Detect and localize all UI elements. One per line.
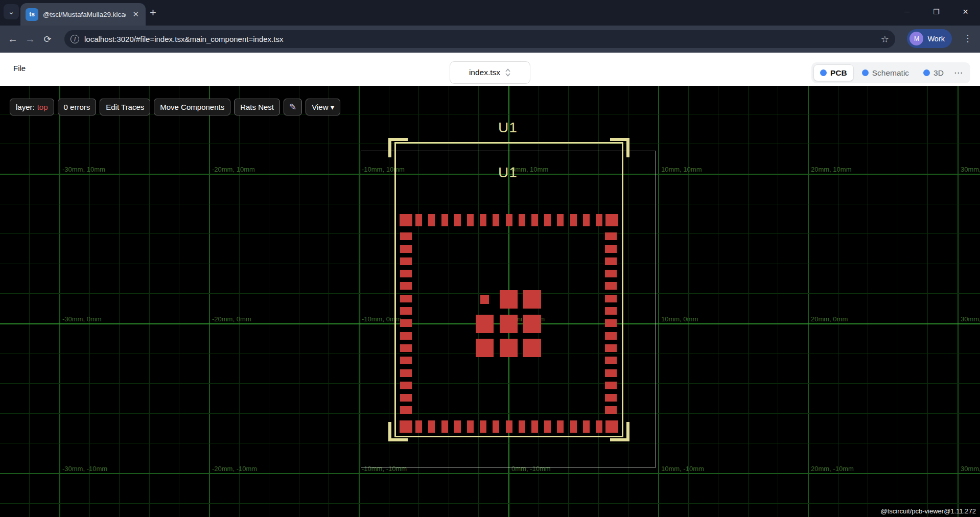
smd-pad[interactable] bbox=[400, 307, 412, 315]
smd-pad[interactable] bbox=[605, 307, 617, 315]
smd-pad[interactable] bbox=[531, 420, 538, 433]
smd-pad[interactable] bbox=[605, 369, 617, 377]
rats-nest-button[interactable]: Rats Nest bbox=[234, 99, 280, 115]
address-bar[interactable]: i localhost:3020/#file=index.tsx&main_co… bbox=[64, 30, 895, 48]
smd-pad[interactable] bbox=[480, 420, 486, 433]
smd-pad[interactable] bbox=[400, 344, 412, 352]
smd-pad[interactable] bbox=[605, 214, 618, 226]
smd-pad[interactable] bbox=[544, 420, 551, 433]
browser-tab[interactable]: ts @tsci/MustafaMulla29.kicad-lib ✕ bbox=[20, 3, 146, 26]
smd-pad[interactable] bbox=[570, 214, 577, 226]
close-button[interactable]: ✕ bbox=[951, 0, 980, 23]
back-button[interactable]: ← bbox=[4, 33, 21, 45]
reload-button[interactable]: ⟳ bbox=[39, 34, 56, 45]
smd-pad[interactable] bbox=[605, 406, 617, 414]
smd-pad[interactable] bbox=[605, 319, 617, 327]
smd-pad[interactable] bbox=[506, 420, 512, 433]
smd-pad[interactable] bbox=[400, 257, 412, 265]
pencil-icon[interactable]: ✎ bbox=[284, 99, 302, 115]
smd-pad[interactable] bbox=[605, 420, 618, 433]
forward-button[interactable]: → bbox=[21, 33, 39, 45]
view-dropdown-button[interactable]: View ▾ bbox=[306, 99, 340, 115]
smd-pad[interactable] bbox=[531, 214, 538, 226]
tab-3d[interactable]: 3D bbox=[917, 64, 950, 81]
smd-pad[interactable] bbox=[605, 344, 617, 352]
smd-pad[interactable] bbox=[400, 406, 412, 414]
smd-pad[interactable] bbox=[467, 420, 474, 433]
smd-pad[interactable] bbox=[596, 214, 602, 226]
file-selector[interactable]: index.tsx bbox=[450, 61, 530, 84]
smd-pad[interactable] bbox=[500, 290, 518, 309]
smd-pad[interactable] bbox=[467, 214, 474, 226]
smd-pad[interactable] bbox=[400, 319, 412, 327]
move-components-button[interactable]: Move Components bbox=[154, 99, 230, 115]
smd-pad[interactable] bbox=[400, 214, 412, 226]
smd-pad[interactable] bbox=[605, 394, 617, 402]
tab-close-icon[interactable]: ✕ bbox=[131, 10, 141, 19]
edit-traces-button[interactable]: Edit Traces bbox=[100, 99, 150, 115]
tab-pcb[interactable]: PCB bbox=[813, 64, 854, 81]
errors-button[interactable]: 0 errors bbox=[58, 99, 97, 115]
smd-pad[interactable] bbox=[400, 357, 412, 364]
smd-pad[interactable] bbox=[557, 214, 564, 226]
site-info-icon[interactable]: i bbox=[71, 35, 79, 43]
smd-pad[interactable] bbox=[523, 339, 541, 357]
smd-pad[interactable] bbox=[400, 420, 412, 433]
smd-pad[interactable] bbox=[605, 295, 617, 302]
smd-pad[interactable] bbox=[544, 214, 551, 226]
smd-pad[interactable] bbox=[506, 214, 512, 226]
smd-pad[interactable] bbox=[557, 420, 564, 433]
smd-pad[interactable] bbox=[454, 420, 461, 433]
smd-pad[interactable] bbox=[605, 232, 617, 240]
smd-pad[interactable] bbox=[596, 420, 602, 433]
minimize-button[interactable]: ─ bbox=[893, 0, 922, 23]
smd-pad[interactable] bbox=[523, 315, 541, 333]
smd-pad[interactable] bbox=[400, 232, 412, 240]
layer-button[interactable]: layer: top bbox=[10, 99, 54, 115]
smd-pad[interactable] bbox=[428, 420, 435, 433]
smd-pad[interactable] bbox=[500, 339, 518, 357]
smd-pad[interactable] bbox=[415, 214, 422, 226]
tab-schematic[interactable]: Schematic bbox=[856, 64, 915, 81]
smd-pad[interactable] bbox=[428, 214, 435, 226]
smd-pad[interactable] bbox=[493, 214, 499, 226]
smd-pad[interactable] bbox=[400, 382, 412, 389]
url-text[interactable]: localhost:3020/#file=index.tsx&main_comp… bbox=[84, 35, 876, 43]
smd-pad[interactable] bbox=[605, 382, 617, 389]
smd-pad[interactable] bbox=[583, 214, 590, 226]
smd-pad[interactable] bbox=[400, 295, 412, 302]
smd-pad[interactable] bbox=[570, 420, 577, 433]
profile-chip[interactable]: M Work bbox=[907, 29, 952, 48]
smd-pad[interactable] bbox=[605, 357, 617, 364]
smd-pad[interactable] bbox=[519, 420, 525, 433]
smd-pad[interactable] bbox=[454, 214, 461, 226]
smd-pad[interactable] bbox=[605, 245, 617, 253]
smd-pad[interactable] bbox=[441, 420, 448, 433]
smd-pad[interactable] bbox=[415, 420, 422, 433]
smd-pad[interactable] bbox=[400, 282, 412, 290]
smd-pad[interactable] bbox=[500, 315, 518, 333]
new-tab-button[interactable]: + bbox=[150, 6, 156, 19]
tab-search-chevron-icon[interactable]: ⌄ bbox=[4, 4, 19, 19]
smd-pad[interactable] bbox=[493, 420, 499, 433]
smd-pad[interactable] bbox=[605, 257, 617, 265]
smd-pad[interactable] bbox=[523, 290, 541, 309]
browser-menu-icon[interactable]: ⋮ bbox=[963, 33, 972, 44]
smd-pad[interactable] bbox=[400, 394, 412, 402]
file-menu[interactable]: File bbox=[13, 64, 26, 73]
smd-pad[interactable] bbox=[400, 245, 412, 253]
smd-pad[interactable] bbox=[441, 214, 448, 226]
smd-pad[interactable] bbox=[605, 270, 617, 277]
smd-pad[interactable] bbox=[605, 332, 617, 340]
pcb-canvas[interactable]: -30mm, 10mm-20mm, 10mm-10mm, 10mm0mm, 10… bbox=[0, 86, 980, 517]
smd-pad[interactable] bbox=[480, 214, 486, 226]
view-more-icon[interactable]: ⋯ bbox=[952, 67, 965, 78]
smd-pad[interactable] bbox=[480, 295, 489, 304]
smd-pad[interactable] bbox=[400, 332, 412, 340]
smd-pad[interactable] bbox=[519, 214, 525, 226]
smd-pad[interactable] bbox=[400, 270, 412, 277]
smd-pad[interactable] bbox=[476, 315, 494, 333]
smd-pad[interactable] bbox=[400, 369, 412, 377]
bookmark-star-icon[interactable]: ☆ bbox=[881, 34, 889, 45]
maximize-button[interactable]: ❐ bbox=[922, 0, 951, 23]
